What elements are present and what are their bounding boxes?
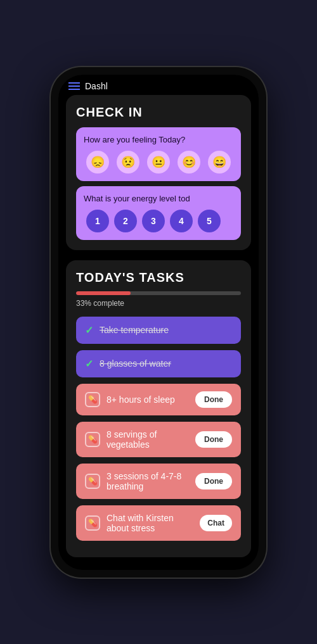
task-text: Chat with Kirsten about stress [107, 513, 193, 533]
task-text: 8 servings of vegetables [107, 429, 189, 450]
task-pill-icon: 💊 [85, 474, 100, 489]
emoji-btn-3[interactable]: 😐 [147, 151, 170, 174]
task-item: 💊 Chat with Kirsten about stress Chat [76, 505, 241, 541]
task-pill-icon: 💊 [85, 432, 100, 447]
energy-btn-3[interactable]: 3 [142, 210, 165, 232]
emoji-btn-1[interactable]: 😞 [86, 151, 109, 174]
emoji-row: 😞 😟 😐 😊 😄 [84, 151, 233, 174]
chat-button[interactable]: Chat [200, 515, 232, 531]
task-text-group: Chat with Kirsten about stress [107, 513, 193, 533]
feeling-section: How are you feeling Today? 😞 😟 😐 😊 😄 [76, 127, 241, 181]
progress-label: 33% complete [76, 299, 241, 308]
check-icon: ✓ [85, 324, 93, 336]
task-text: Take temperature [100, 325, 232, 335]
task-pill-icon: 💊 [85, 392, 100, 407]
energy-btn-1[interactable]: 1 [86, 210, 109, 232]
task-item: 💊 3 sessions of 4-7-8 breathing Done [76, 464, 241, 499]
emoji-btn-5[interactable]: 😄 [208, 151, 231, 174]
task-text: 8 glasses of water [100, 358, 232, 369]
check-icon: ✓ [85, 358, 93, 370]
energy-btn-2[interactable]: 2 [114, 210, 137, 232]
hamburger-menu-icon[interactable] [68, 82, 80, 90]
energy-label: What is your energy level tod [84, 194, 233, 203]
emoji-btn-4[interactable]: 😊 [178, 151, 200, 174]
phone-screen: Dashl CHECK IN How are you feeling Today… [58, 75, 259, 570]
done-button[interactable]: Done [195, 473, 232, 489]
done-button[interactable]: Done [195, 431, 232, 448]
done-button[interactable]: Done [195, 391, 232, 408]
tasks-card: TODAY'S TASKS 33% complete ✓ Take temper… [66, 260, 251, 557]
energy-btn-4[interactable]: 4 [170, 210, 193, 232]
tasks-title: TODAY'S TASKS [76, 270, 241, 285]
task-item: 💊 8+ hours of sleep Done [76, 384, 241, 415]
progress-bar-container [76, 291, 241, 295]
scroll-content: CHECK IN How are you feeling Today? 😞 😟 … [58, 95, 259, 570]
task-item: 💊 8 servings of vegetables Done [76, 422, 241, 457]
task-item: ✓ Take temperature [76, 317, 241, 344]
progress-bar-fill [76, 291, 131, 295]
task-text-group: 3 sessions of 4-7-8 breathing [107, 471, 189, 491]
app-title: Dashl [85, 81, 108, 91]
task-pill-icon: 💊 [85, 515, 100, 531]
checkin-title: CHECK IN [76, 105, 241, 120]
emoji-btn-2[interactable]: 😟 [117, 151, 139, 174]
task-text: 3 sessions of 4-7-8 breathing [107, 471, 189, 491]
task-text: 8+ hours of sleep [107, 395, 189, 405]
energy-row: 1 2 3 4 5 [84, 210, 233, 232]
energy-btn-5[interactable]: 5 [198, 210, 221, 232]
checkin-card: CHECK IN How are you feeling Today? 😞 😟 … [66, 95, 251, 250]
status-bar: Dashl [58, 75, 259, 95]
energy-section: What is your energy level tod 1 2 3 4 5 [76, 186, 241, 240]
feeling-label: How are you feeling Today? [84, 135, 233, 144]
task-item: ✓ 8 glasses of water [76, 350, 241, 377]
phone-frame: Dashl CHECK IN How are you feeling Today… [51, 67, 266, 578]
